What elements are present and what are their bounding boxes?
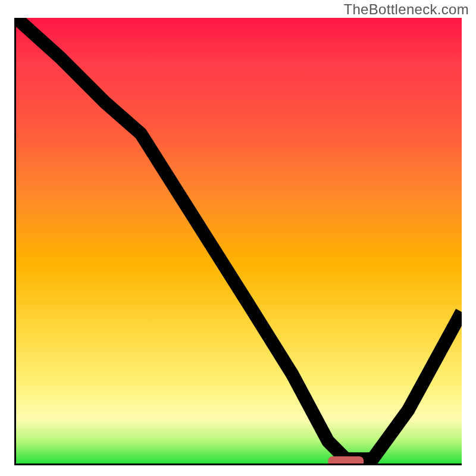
bottleneck-curve (16, 18, 462, 459)
optimal-marker (328, 456, 364, 464)
branding-label: TheBottleneck.com (343, 1, 469, 18)
chart-frame: TheBottleneck.com (0, 0, 476, 476)
plot-area (14, 18, 462, 465)
chart-svg (16, 18, 462, 464)
